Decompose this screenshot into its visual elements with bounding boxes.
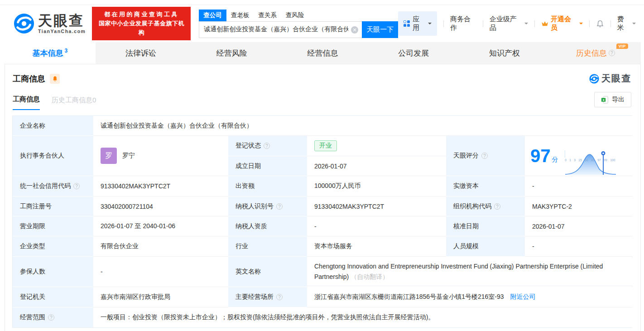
nav-open-vip[interactable]: 开通会员 bbox=[541, 15, 583, 32]
apps-button[interactable]: 应用 bbox=[398, 11, 437, 36]
promo-line2: 国家中小企业发展子基金旗下机构 bbox=[96, 19, 186, 37]
score-axis-tick: 15 bbox=[578, 158, 582, 161]
nav-open-vip-label: 开通会员 bbox=[551, 15, 577, 32]
field-label-business-address: 主要经营场所? bbox=[228, 287, 307, 307]
field-label-business-scope: 经营范围? bbox=[13, 307, 93, 327]
auto-translate-note: （自动翻译） bbox=[351, 273, 389, 280]
field-label-staff-size: 人员规模 bbox=[446, 236, 525, 257]
help-icon[interactable]: ? bbox=[48, 314, 54, 321]
notification-bell-icon[interactable] bbox=[596, 19, 604, 28]
field-value-english-name: Chengtong Innovation and Entrepreneurshi… bbox=[307, 258, 633, 286]
subtab-history-business-info[interactable]: 历史工商信息0 bbox=[52, 96, 96, 110]
help-icon[interactable]: ? bbox=[609, 50, 615, 56]
subscribe-bell-icon[interactable] bbox=[50, 74, 60, 84]
search-tab-risk[interactable]: 查风险 bbox=[281, 10, 309, 21]
clear-icon[interactable]: ✕ bbox=[351, 26, 358, 34]
score-number: 97分 bbox=[530, 147, 558, 165]
partner-avatar[interactable]: 罗 bbox=[101, 148, 117, 164]
search-tab-relation[interactable]: 查关系 bbox=[254, 10, 281, 21]
promo-line1: 都在用的商业查询工具 bbox=[96, 10, 186, 19]
field-value-credit-code: 91330402MAK3YPTC2T bbox=[93, 176, 228, 197]
nav-user-label: 费米 bbox=[617, 15, 630, 32]
field-value-company-type: 有限合伙企业 bbox=[93, 236, 228, 257]
field-value-reg-authority: 嘉兴市南湖区行政审批局 bbox=[93, 287, 228, 307]
nav-user[interactable]: 费米 bbox=[617, 15, 636, 32]
logo-brand: 天眼查 bbox=[38, 14, 86, 28]
help-icon[interactable]: ? bbox=[276, 294, 283, 300]
field-label-company-type: 企业类型 bbox=[13, 236, 93, 257]
score-axis-tick: 3 bbox=[574, 158, 576, 161]
tab-operation-risk[interactable]: 经营风险 bbox=[186, 42, 277, 64]
search-tab-boss[interactable]: 查老板 bbox=[226, 10, 254, 21]
tianyancha-logo[interactable]: 天眼查 TianYanCha.com bbox=[14, 13, 86, 34]
status-badge: 开业 bbox=[314, 140, 337, 151]
field-label-taxpayer-quality: 纳税人资质 bbox=[228, 216, 307, 236]
field-label-reg-authority: 登记机关 bbox=[13, 287, 93, 307]
chevron-down-icon bbox=[524, 23, 528, 26]
field-value-establish-date: 2026-01-07 bbox=[307, 156, 446, 176]
field-value-taxpayer-id: 91330402MAK3YPTC2T bbox=[307, 197, 446, 216]
field-label-reg-status: 登记状态? bbox=[228, 136, 307, 156]
export-button[interactable]: x 导出 bbox=[594, 92, 631, 107]
search-button[interactable]: 天眼一下 bbox=[362, 21, 398, 38]
search-box: ✕ bbox=[199, 21, 362, 38]
field-label-insured-count: 参保人数 bbox=[13, 257, 93, 287]
score-axis-tick: 97 bbox=[597, 158, 601, 161]
field-label-approval-date: 核准日期 bbox=[446, 216, 525, 236]
help-icon[interactable]: ? bbox=[276, 203, 283, 210]
search-area: 查公司 查老板 查关系 查风险 ✕ 天眼一下 bbox=[199, 10, 398, 38]
score-axis-tick: 85 bbox=[591, 158, 594, 161]
search-tabs: 查公司 查老板 查关系 查风险 bbox=[199, 10, 398, 21]
search-tab-company[interactable]: 查公司 bbox=[199, 10, 226, 21]
field-label-tyc-score: 天眼评分? bbox=[446, 136, 525, 176]
field-value-tyc-score[interactable]: 97分 bbox=[525, 136, 633, 176]
section-title: 工商信息 bbox=[13, 73, 45, 84]
nav-divider bbox=[610, 20, 611, 27]
nav-enterprise-label: 企业级产品 bbox=[490, 15, 522, 32]
help-icon[interactable]: ? bbox=[494, 203, 500, 210]
search-row: ✕ 天眼一下 bbox=[199, 21, 398, 38]
score-axis-tick: 0 bbox=[565, 158, 567, 161]
field-label-reg-number: 工商注册号 bbox=[13, 197, 93, 216]
promo-banner: 都在用的商业查询工具 国家中小企业发展子基金旗下机构 bbox=[92, 7, 191, 40]
nav-cooperation[interactable]: 商务合作 bbox=[450, 15, 476, 32]
search-input[interactable] bbox=[199, 22, 362, 38]
basic-info-panel: 工商信息 天眼查 工商信息 历史工商信息0 x 导出 bbox=[5, 65, 640, 331]
field-label-business-term: 营业期限 bbox=[13, 216, 93, 236]
tab-legal-litigation[interactable]: 法律诉讼 bbox=[96, 42, 187, 64]
svg-text:x: x bbox=[603, 98, 605, 101]
field-label-org-code: 组织机构代码? bbox=[446, 197, 525, 216]
field-value-company-name: 诚通创新创业投资基金（嘉兴）合伙企业（有限合伙） bbox=[93, 116, 633, 136]
tab-operation-info[interactable]: 经营信息 bbox=[277, 42, 368, 64]
tab-history-info[interactable]: VIP 历史信息 ? bbox=[550, 42, 641, 64]
field-label-credit-code: 统一社会信用代码? bbox=[13, 176, 93, 197]
help-icon[interactable]: ? bbox=[481, 153, 488, 159]
partner-name[interactable]: 罗宁 bbox=[122, 152, 135, 160]
nav-divider bbox=[443, 20, 444, 27]
chevron-down-icon bbox=[428, 23, 432, 26]
excel-icon: x bbox=[601, 96, 609, 104]
help-icon[interactable]: ? bbox=[73, 183, 80, 189]
apps-label: 应用 bbox=[413, 15, 425, 32]
tab-basic-info[interactable]: 基本信息 3 bbox=[5, 42, 96, 64]
business-info-table: 企业名称 诚通创新创业投资基金（嘉兴）合伙企业（有限合伙） 执行事务合伙人 罗 … bbox=[12, 115, 632, 328]
nearby-companies-link[interactable]: 附近公司 bbox=[510, 293, 536, 301]
logo-domain: TianYanCha.com bbox=[38, 29, 86, 34]
subtab-business-info[interactable]: 工商信息 bbox=[13, 95, 40, 110]
header: 天眼查 TianYanCha.com 都在用的商业查询工具 国家中小企业发展子基… bbox=[0, 5, 644, 42]
field-value-reg-status: 开业 bbox=[307, 136, 446, 156]
field-value-industry: 资本市场服务 bbox=[307, 236, 446, 257]
help-icon[interactable]: ? bbox=[264, 143, 270, 149]
tianyancha-watermark: 天眼查 bbox=[589, 72, 631, 85]
tab-company-development[interactable]: 公司发展 bbox=[368, 42, 459, 64]
nav-divider bbox=[589, 20, 590, 27]
nav-enterprise[interactable]: 企业级产品 bbox=[490, 15, 528, 32]
vip-badge: VIP bbox=[616, 43, 628, 49]
field-value-insured-count: - bbox=[93, 257, 228, 287]
tab-intellectual-property[interactable]: 知识产权 bbox=[459, 42, 550, 64]
export-label: 导出 bbox=[612, 96, 625, 104]
score-axis-tick: 50 bbox=[585, 158, 588, 161]
field-value-taxpayer-quality: - bbox=[307, 216, 446, 236]
field-value-org-code: MAK3YPTC-2 bbox=[525, 197, 633, 216]
subtab-row: 工商信息 历史工商信息0 x 导出 bbox=[13, 94, 631, 110]
